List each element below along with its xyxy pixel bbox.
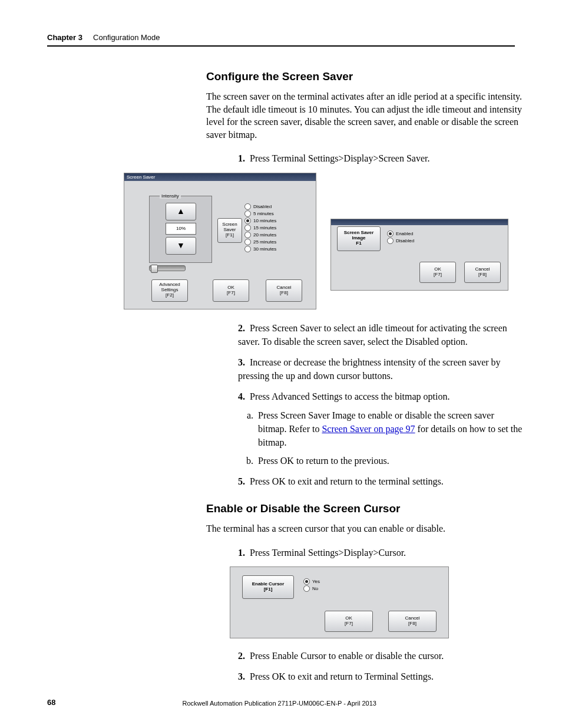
header-rule xyxy=(47,45,515,47)
section-heading-cursor: Enable or Disable the Screen Cursor xyxy=(206,502,524,515)
cursor-dialog: Enable Cursor[F1] Yes No OK[F7] Cancel[F… xyxy=(230,566,449,638)
intensity-down-button[interactable]: ▼ xyxy=(166,237,196,255)
screensaver-dialog: Screen Saver Intensity ▲ 10% ▼ ScreenSav… xyxy=(124,173,316,309)
timeout-options: Disabled 5 minutes 10 minutes 15 minutes… xyxy=(244,203,276,253)
enabled-option[interactable]: Enabled xyxy=(387,230,414,237)
timeout-option[interactable]: Disabled xyxy=(244,203,276,210)
intensity-up-button[interactable]: ▲ xyxy=(166,203,196,220)
image-toggle: Enabled Disabled xyxy=(387,230,414,245)
step-text: Press OK to exit and return to Terminal … xyxy=(250,671,434,681)
disabled-option[interactable]: Disabled xyxy=(387,238,414,244)
timeout-option[interactable]: 5 minutes xyxy=(244,210,276,217)
timeout-option[interactable]: 15 minutes xyxy=(244,225,276,231)
timeout-option[interactable]: 30 minutes xyxy=(244,246,276,252)
ok-button[interactable]: OK[F7] xyxy=(419,262,456,283)
list-item: 2. Press Screen Saver to select an idle … xyxy=(236,321,524,348)
timeout-option[interactable]: 25 minutes xyxy=(244,239,276,245)
intensity-value: 10% xyxy=(166,223,196,235)
no-option[interactable]: No xyxy=(303,585,320,592)
timeout-option[interactable]: 10 minutes xyxy=(244,218,276,224)
list-item: 1. Press Terminal Settings>Display>Scree… xyxy=(236,151,524,165)
list-item: 3. Press OK to exit and return to Termin… xyxy=(236,670,524,683)
step-text: Press Terminal Settings>Display>Screen S… xyxy=(250,153,429,163)
section-intro-cursor: The terminal has a screen cursor that yo… xyxy=(206,522,524,535)
running-header: Chapter 3 Configuration Mode xyxy=(47,33,515,42)
list-item: Press OK to return to the previous. xyxy=(256,454,524,467)
screen-saver-button[interactable]: ScreenSaver[F1] xyxy=(217,218,242,243)
section-heading-screensaver: Configure the Screen Saver xyxy=(206,70,524,83)
list-item: Press Screen Saver Image to enable or di… xyxy=(256,409,524,450)
step-text: Press Screen Saver to select an idle tim… xyxy=(238,323,507,347)
list-item: 1. Press Terminal Settings>Display>Curso… xyxy=(236,546,524,559)
list-item: 4. Press Advanced Settings to access the… xyxy=(236,390,524,467)
yes-option[interactable]: Yes xyxy=(303,578,320,585)
intensity-label: Intensity xyxy=(160,193,181,199)
cancel-button[interactable]: Cancel[F8] xyxy=(464,262,501,283)
publication-info: Rockwell Automation Publication 2711P-UM… xyxy=(55,700,503,707)
step-text: Press Enable Cursor to enable or disable… xyxy=(250,651,444,661)
step-text: Press OK to exit and return to the termi… xyxy=(250,476,444,486)
cancel-button[interactable]: Cancel[F8] xyxy=(388,611,437,632)
advanced-settings-button[interactable]: AdvancedSettings[F2] xyxy=(151,279,188,302)
section-intro-screensaver: The screen saver on the terminal activat… xyxy=(206,90,524,141)
dialog-titlebar: Screen Saver xyxy=(124,173,316,181)
figure-screensaver-dialogs: Screen Saver Intensity ▲ 10% ▼ ScreenSav… xyxy=(124,173,515,309)
list-item: 5. Press OK to exit and return to the te… xyxy=(236,475,524,488)
list-item: 3. Increase or decrease the brightness i… xyxy=(236,355,524,383)
timeout-option[interactable]: 20 minutes xyxy=(244,232,276,238)
screensaver-page-link[interactable]: Screen Saver on page 97 xyxy=(322,424,415,434)
list-item: 2. Press Enable Cursor to enable or disa… xyxy=(236,649,524,663)
screen-saver-image-button[interactable]: Screen SaverImageF1 xyxy=(337,226,381,251)
screensaver-image-dialog: Screen SaverImageF1 Enabled Disabled OK[… xyxy=(330,219,508,291)
dialog-titlebar-small xyxy=(331,219,508,225)
page-number: 68 xyxy=(47,698,55,707)
step-text: Press Terminal Settings>Display>Cursor. xyxy=(250,548,406,558)
ok-button[interactable]: OK[F7] xyxy=(325,611,373,632)
page-footer: 68 Rockwell Automation Publication 2711P… xyxy=(47,698,515,707)
ok-button[interactable]: OK[F7] xyxy=(213,279,249,302)
chapter-number: Chapter 3 xyxy=(47,33,82,42)
chapter-title: Configuration Mode xyxy=(93,33,160,42)
cancel-button[interactable]: Cancel[F8] xyxy=(266,279,302,302)
cursor-toggle: Yes No xyxy=(303,578,320,592)
step-text: Increase or decrease the brightness inte… xyxy=(238,357,501,381)
enable-cursor-button[interactable]: Enable Cursor[F1] xyxy=(242,575,294,599)
step-text: Press Advanced Settings to access the bi… xyxy=(250,391,450,401)
intensity-slider[interactable] xyxy=(149,265,186,271)
